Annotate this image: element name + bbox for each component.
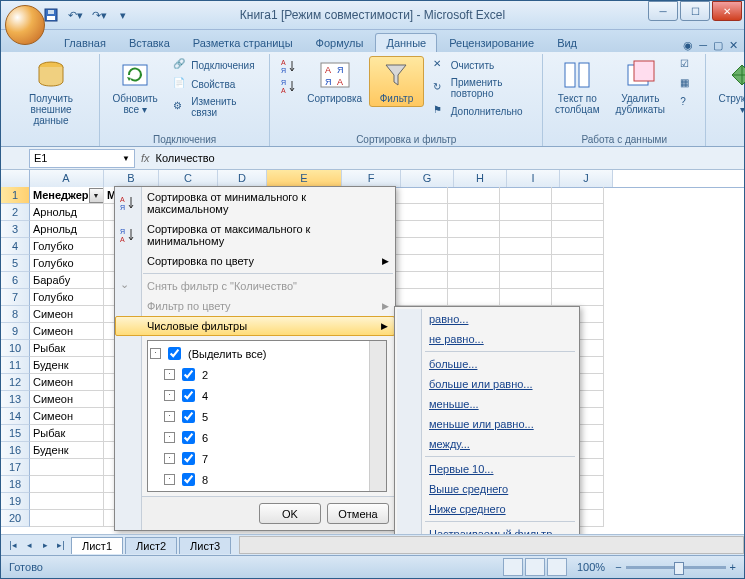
fx-icon[interactable]: fx (141, 152, 150, 164)
cell[interactable] (552, 221, 604, 238)
row-header[interactable]: 19 (1, 493, 30, 510)
sort-desc-button[interactable]: ЯА (276, 76, 300, 94)
data-validation-button[interactable]: ☑ (675, 56, 699, 74)
filter-button[interactable]: Фильтр (369, 56, 424, 107)
view-layout-button[interactable] (525, 558, 545, 576)
row-header[interactable]: 2 (1, 204, 30, 221)
row-header[interactable]: 9 (1, 323, 30, 340)
filter-checkbox[interactable] (182, 368, 195, 381)
advanced-filter-button[interactable]: ⚑Дополнительно (428, 102, 537, 120)
cell[interactable] (30, 510, 104, 527)
close-button[interactable]: ✕ (712, 1, 742, 21)
column-header-A[interactable]: A (29, 170, 104, 187)
cell[interactable]: Арнольд (30, 204, 104, 221)
row-header[interactable]: 14 (1, 408, 30, 425)
cell[interactable] (396, 221, 448, 238)
outline-button[interactable]: Структура ▾ (712, 56, 745, 118)
cell[interactable] (30, 459, 104, 476)
row-header[interactable]: 12 (1, 374, 30, 391)
sheet-nav-next[interactable]: ▸ (37, 540, 53, 550)
sub-top10[interactable]: Первые 10... (397, 459, 577, 479)
sheet-tab-1[interactable]: Лист1 (71, 537, 123, 554)
row-header[interactable]: 7 (1, 289, 30, 306)
qat-more-icon[interactable]: ▾ (113, 5, 133, 25)
cell[interactable] (448, 255, 500, 272)
cell[interactable] (500, 238, 552, 255)
formula-input[interactable] (154, 151, 744, 165)
mdi-close-icon[interactable]: ✕ (729, 39, 738, 52)
redo-icon[interactable]: ↷▾ (89, 5, 109, 25)
text-to-columns-button[interactable]: Текст по столбцам (549, 56, 605, 118)
cell[interactable] (552, 238, 604, 255)
sheet-tab-3[interactable]: Лист3 (179, 537, 231, 554)
name-box[interactable]: E1▼ (29, 149, 135, 168)
refresh-all-button[interactable]: Обновить все ▾ (106, 56, 164, 118)
sub-less-eq[interactable]: меньше или равно... (397, 414, 577, 434)
remove-duplicates-button[interactable]: Удалить дубликаты (609, 56, 671, 118)
filter-checkbox[interactable] (168, 347, 181, 360)
cell[interactable]: Симеон (30, 323, 104, 340)
column-header-J[interactable]: J (560, 170, 613, 187)
cell[interactable]: Симеон (30, 391, 104, 408)
tab-data[interactable]: Данные (375, 33, 437, 52)
column-header-F[interactable]: F (342, 170, 401, 187)
cell[interactable] (396, 187, 448, 204)
view-normal-button[interactable] (503, 558, 523, 576)
column-header-G[interactable]: G (401, 170, 454, 187)
cell[interactable] (448, 204, 500, 221)
select-all-corner[interactable] (1, 170, 30, 188)
sort-button[interactable]: АЯЯА Сортировка (304, 56, 365, 107)
tab-formulas[interactable]: Формулы (305, 33, 375, 52)
edit-links-button[interactable]: ⚙Изменить связи (168, 94, 263, 120)
checklist-scrollbar[interactable] (369, 341, 386, 491)
row-header[interactable]: 18 (1, 476, 30, 493)
clear-filter-button[interactable]: ✕Очистить (428, 56, 537, 74)
cell[interactable] (396, 289, 448, 306)
cell[interactable]: Симеон (30, 374, 104, 391)
cancel-button[interactable]: Отмена (327, 503, 389, 524)
cell[interactable]: Арнольд (30, 221, 104, 238)
view-pagebreak-button[interactable] (547, 558, 567, 576)
cell[interactable] (552, 187, 604, 204)
sub-below-avg[interactable]: Ниже среднего (397, 499, 577, 519)
cell[interactable]: Буденк (30, 442, 104, 459)
column-header-E[interactable]: E (267, 170, 342, 187)
sub-above-avg[interactable]: Выше среднего (397, 479, 577, 499)
zoom-slider[interactable] (626, 566, 726, 569)
cell[interactable] (500, 204, 552, 221)
filter-checkbox[interactable] (182, 410, 195, 423)
cell[interactable]: Рыбак (30, 425, 104, 442)
cell[interactable]: Рыбак (30, 340, 104, 357)
filter-checkbox[interactable] (182, 389, 195, 402)
row-header[interactable]: 4 (1, 238, 30, 255)
cell[interactable] (500, 187, 552, 204)
sheet-nav-first[interactable]: |◂ (5, 540, 21, 550)
row-header[interactable]: 11 (1, 357, 30, 374)
cell[interactable] (448, 289, 500, 306)
cell[interactable] (500, 272, 552, 289)
cell[interactable] (552, 255, 604, 272)
row-header[interactable]: 15 (1, 425, 30, 442)
reapply-button[interactable]: ↻Применить повторно (428, 75, 537, 101)
cell[interactable] (396, 255, 448, 272)
row-header[interactable]: 8 (1, 306, 30, 323)
sub-not-equals[interactable]: не равно... (397, 329, 577, 349)
cell[interactable] (396, 238, 448, 255)
column-header-C[interactable]: C (159, 170, 218, 187)
row-header[interactable]: 13 (1, 391, 30, 408)
sort-asc-button[interactable]: АЯ (276, 56, 300, 74)
cell[interactable]: Менеджер▼ (30, 187, 104, 204)
sub-custom[interactable]: Настраиваемый фильтр... (397, 524, 577, 534)
spreadsheet-grid[interactable]: ABCDEFGHIJ 1Менеджер▼Месяц▼Товар▼Цена▼Ко… (1, 170, 744, 534)
cell[interactable] (448, 238, 500, 255)
menu-number-filters[interactable]: Числовые фильтры▶ (115, 316, 395, 336)
maximize-button[interactable]: ☐ (680, 1, 710, 21)
cell[interactable] (30, 493, 104, 510)
consolidate-button[interactable]: ▦ (675, 75, 699, 93)
filter-checklist[interactable]: ·(Выделить все)·2·4·5·6·7·8·9·10·12 (147, 340, 387, 492)
mdi-restore-icon[interactable]: ▢ (713, 39, 723, 52)
sub-greater-eq[interactable]: больше или равно... (397, 374, 577, 394)
cell[interactable]: Симеон (30, 306, 104, 323)
sheet-nav-prev[interactable]: ◂ (21, 540, 37, 550)
cell[interactable] (500, 289, 552, 306)
